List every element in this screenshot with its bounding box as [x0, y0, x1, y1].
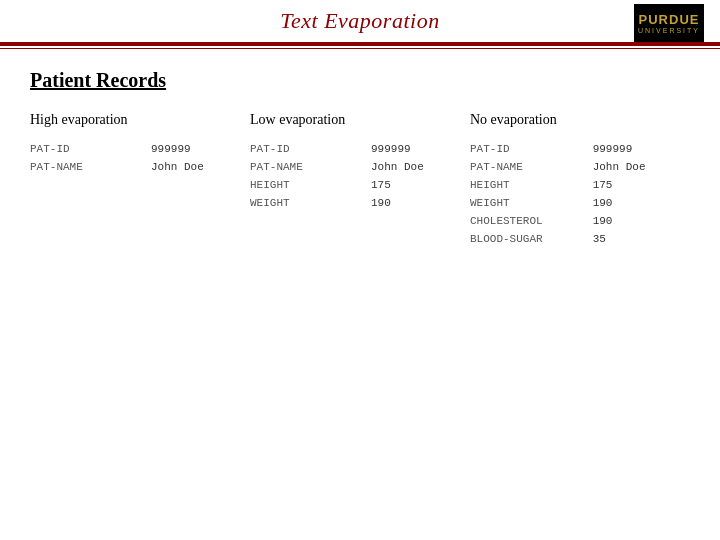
column-no-evaporation: No evaporationPAT-ID999999PAT-NAMEJohn D…	[470, 112, 690, 248]
field-name: BLOOD-SUGAR	[470, 230, 593, 248]
field-value: 999999	[371, 140, 460, 158]
header: Text Evaporation PURDUE UNIVERSITY	[0, 0, 720, 44]
record-table-low-evaporation: PAT-ID999999PAT-NAMEJohn DoeHEIGHT175WEI…	[250, 140, 460, 212]
field-name: WEIGHT	[250, 194, 371, 212]
table-row: HEIGHT175	[250, 176, 460, 194]
record-table-high-evaporation: PAT-ID999999PAT-NAMEJohn Doe	[30, 140, 240, 176]
table-row: CHOLESTEROL190	[470, 212, 680, 230]
field-value: 35	[593, 230, 680, 248]
main-content: Patient Records High evaporationPAT-ID99…	[0, 49, 720, 268]
columns-container: High evaporationPAT-ID999999PAT-NAMEJohn…	[30, 112, 690, 248]
field-name: PAT-NAME	[30, 158, 151, 176]
field-name: PAT-ID	[470, 140, 593, 158]
page-title: Patient Records	[30, 69, 690, 92]
field-value: 190	[593, 194, 680, 212]
field-name: HEIGHT	[250, 176, 371, 194]
purdue-logo: PURDUE UNIVERSITY	[634, 4, 704, 42]
record-table-no-evaporation: PAT-ID999999PAT-NAMEJohn DoeHEIGHT175WEI…	[470, 140, 680, 248]
table-row: PAT-NAMEJohn Doe	[250, 158, 460, 176]
table-row: PAT-ID999999	[470, 140, 680, 158]
field-value: John Doe	[151, 158, 240, 176]
field-name: PAT-NAME	[250, 158, 371, 176]
purdue-logo-main: PURDUE	[639, 12, 700, 27]
table-row: BLOOD-SUGAR35	[470, 230, 680, 248]
header-title: Text Evaporation	[280, 8, 439, 34]
table-row: PAT-ID999999	[30, 140, 240, 158]
column-title-high-evaporation: High evaporation	[30, 112, 240, 128]
field-name: PAT-ID	[30, 140, 151, 158]
field-name: WEIGHT	[470, 194, 593, 212]
column-title-no-evaporation: No evaporation	[470, 112, 680, 128]
field-name: PAT-NAME	[470, 158, 593, 176]
purdue-logo-sub: UNIVERSITY	[638, 27, 700, 34]
field-name: HEIGHT	[470, 176, 593, 194]
field-value: John Doe	[371, 158, 460, 176]
field-value: 190	[593, 212, 680, 230]
table-row: PAT-ID999999	[250, 140, 460, 158]
table-row: WEIGHT190	[250, 194, 460, 212]
field-value: 999999	[151, 140, 240, 158]
field-name: CHOLESTEROL	[470, 212, 593, 230]
table-row: PAT-NAMEJohn Doe	[470, 158, 680, 176]
column-title-low-evaporation: Low evaporation	[250, 112, 460, 128]
field-value: 175	[593, 176, 680, 194]
field-value: 175	[371, 176, 460, 194]
table-row: WEIGHT190	[470, 194, 680, 212]
table-row: HEIGHT175	[470, 176, 680, 194]
field-value: 190	[371, 194, 460, 212]
field-value: 999999	[593, 140, 680, 158]
column-high-evaporation: High evaporationPAT-ID999999PAT-NAMEJohn…	[30, 112, 250, 176]
field-name: PAT-ID	[250, 140, 371, 158]
table-row: PAT-NAMEJohn Doe	[30, 158, 240, 176]
field-value: John Doe	[593, 158, 680, 176]
header-divider	[0, 44, 720, 46]
column-low-evaporation: Low evaporationPAT-ID999999PAT-NAMEJohn …	[250, 112, 470, 212]
